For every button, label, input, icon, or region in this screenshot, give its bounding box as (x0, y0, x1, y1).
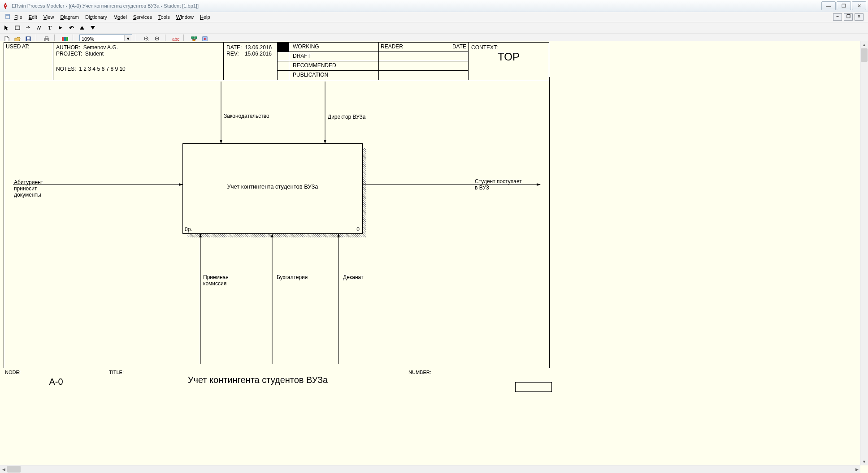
toolbar-drawing: T ↶ (0, 22, 868, 34)
close-button[interactable]: ✕ (852, 1, 866, 10)
project-label: PROJECT: (56, 51, 82, 57)
scroll-left-icon[interactable]: ◀ (0, 465, 7, 473)
svg-rect-16 (195, 37, 197, 39)
used-at-label: USED AT: (6, 43, 29, 50)
node-label: NODE: (5, 370, 107, 375)
app-icon (2, 2, 9, 9)
activity-cost: 0р. (185, 226, 192, 232)
svg-rect-1 (6, 15, 9, 19)
scroll-up-icon[interactable]: ▲ (860, 41, 868, 48)
number-label: NUMBER: (408, 370, 551, 375)
date-value: 13.06.2016 (245, 44, 272, 51)
mechanism-label-3[interactable]: Деканат (343, 274, 364, 280)
svg-rect-2 (15, 26, 20, 30)
scroll-thumb-v[interactable] (861, 48, 868, 62)
idef0-header: USED AT: AUTHOR: Semenov A.G. PROJECT: S… (4, 42, 549, 80)
mechanism-label-2[interactable]: Бухгалтерия (277, 274, 308, 280)
diagram-canvas[interactable]: Учет контингента студентов ВУЗа 0р. 0 (4, 77, 550, 368)
svg-point-19 (204, 38, 206, 40)
activity-box[interactable]: Учет контингента студентов ВУЗа 0р. 0 (182, 143, 363, 234)
svg-rect-10 (64, 37, 66, 41)
menu-edit[interactable]: Edit (29, 14, 37, 20)
window-titlebar: ERwin Process Modeler - [(A-0) Учет конт… (0, 0, 868, 12)
text-tool-icon[interactable]: T (46, 24, 54, 32)
output-label-1[interactable]: Студент поступает в ВУЗ (475, 178, 522, 191)
svg-rect-5 (27, 39, 30, 41)
reader-label: READER (381, 43, 403, 50)
squiggle-tool-icon[interactable] (35, 24, 43, 32)
project-value: Student (85, 51, 104, 57)
svg-rect-15 (191, 37, 194, 39)
author-label: AUTHOR: (56, 44, 80, 51)
node-value: A-0 (5, 377, 107, 387)
context-value: TOP (471, 51, 546, 63)
status-recommended: RECOMMENDED (289, 61, 379, 71)
maximize-button[interactable]: ❐ (837, 1, 851, 10)
svg-rect-9 (62, 37, 64, 41)
scroll-thumb-h[interactable] (7, 466, 21, 473)
rev-value: 15.06.2016 (245, 51, 272, 57)
svg-rect-7 (45, 37, 48, 39)
reader-date-label: DATE (452, 43, 466, 50)
svg-rect-11 (66, 37, 68, 41)
play-tool-icon[interactable] (56, 24, 65, 32)
menu-dictionary[interactable]: Dictionary (85, 14, 107, 20)
menu-window[interactable]: Window (176, 14, 194, 20)
vertical-scrollbar[interactable]: ▲ ▼ (860, 41, 868, 465)
number-minibox (515, 382, 552, 392)
menu-help[interactable]: Help (200, 14, 210, 20)
activity-title: Учет контингента студентов ВУЗа (183, 183, 362, 190)
mdi-minimize-button[interactable]: – (833, 13, 842, 21)
restore-icon[interactable] (4, 13, 12, 21)
horizontal-scrollbar[interactable]: ◀ ▶ (0, 465, 860, 473)
menu-model[interactable]: Model (113, 14, 127, 20)
scroll-down-icon[interactable]: ▼ (860, 458, 868, 465)
status-working: WORKING (289, 43, 379, 52)
working-marker (278, 43, 289, 52)
context-label: CONTEXT: (471, 44, 546, 51)
notes-label: NOTES: (56, 66, 76, 72)
arrow-tool-icon[interactable] (24, 24, 32, 32)
menu-view[interactable]: View (43, 14, 54, 20)
minimize-button[interactable]: — (821, 1, 836, 10)
menu-bar: FFileile Edit View Diagram Dictionary Mo… (0, 12, 868, 22)
input-label-1[interactable]: Абитуриент приносит документы (14, 179, 43, 198)
menu-tools[interactable]: Tools (158, 14, 170, 20)
svg-rect-0 (5, 5, 6, 6)
undo-tool-icon[interactable]: ↶ (67, 24, 75, 32)
svg-rect-14 (156, 38, 158, 39)
go-up-tool-icon[interactable] (78, 24, 86, 32)
diagram-workspace[interactable]: USED AT: AUTHOR: Semenov A.G. PROJECT: S… (0, 41, 868, 473)
svg-rect-4 (27, 37, 30, 39)
title-label: TITLE: (109, 370, 407, 375)
menu-diagram[interactable]: Diagram (60, 14, 79, 20)
menu-file[interactable]: FFileile (14, 14, 22, 20)
author-value: Semenov A.G. (83, 44, 118, 51)
mdi-close-button[interactable]: × (855, 13, 864, 21)
menu-services[interactable]: Services (133, 14, 152, 20)
status-draft: DRAFT (289, 52, 379, 61)
mechanism-label-1[interactable]: Приемная комиссия (203, 274, 229, 287)
activity-number: 0 (356, 226, 360, 232)
activity-box-tool-icon[interactable] (13, 24, 22, 32)
go-down-tool-icon[interactable] (89, 24, 97, 32)
control-label-2[interactable]: Директор ВУЗа (328, 114, 366, 120)
svg-point-13 (155, 37, 159, 40)
rev-label: REV: (226, 51, 239, 57)
control-label-1[interactable]: Законодательство (224, 113, 269, 119)
pointer-tool-icon[interactable] (3, 24, 11, 32)
mdi-restore-button[interactable]: ❐ (844, 13, 853, 21)
notes-value: 1 2 3 4 5 6 7 8 9 10 (79, 66, 125, 72)
window-title: ERwin Process Modeler - [(A-0) Учет конт… (12, 3, 199, 9)
title-value: Учет контингента студентов ВУЗа (109, 375, 407, 385)
scroll-right-icon[interactable]: ▶ (853, 465, 860, 473)
idef0-footer: NODE: A-0 TITLE: Учет контингента студен… (4, 368, 549, 392)
date-label: DATE: (226, 44, 242, 51)
